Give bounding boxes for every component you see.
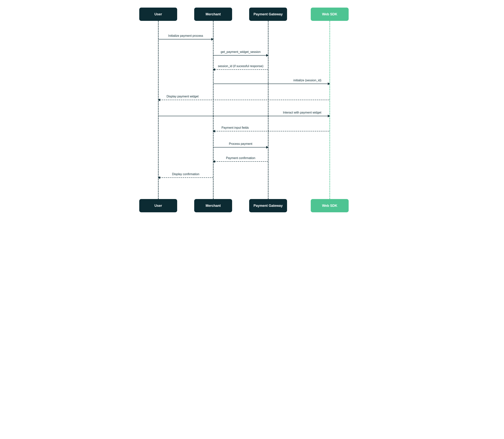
- actor-label: Merchant: [205, 12, 221, 16]
- message-line: [215, 69, 268, 70]
- message-label: Initialize payment process: [168, 34, 204, 37]
- actor-user-top: User: [139, 8, 177, 21]
- message-6: Payment input fields: [213, 126, 330, 132]
- message-label: Payment confirmation: [225, 156, 256, 160]
- message-2: session_id (if sucessful response): [213, 64, 268, 70]
- actor-label: User: [155, 12, 162, 16]
- message-3: initialize (session_id): [213, 79, 330, 84]
- message-8: Payment confirmation: [213, 156, 268, 162]
- actor-label: Web SDK: [322, 12, 337, 16]
- message-1: get_payment_widget_session: [213, 50, 268, 56]
- lifeline-sdk: [329, 21, 330, 199]
- message-line: [214, 55, 266, 56]
- message-label: Display payment widget: [166, 95, 199, 98]
- lifeline-gateway: [268, 21, 268, 199]
- message-line: [215, 131, 329, 131]
- actor-sdk-top: Web SDK: [311, 8, 349, 21]
- message-line: [215, 161, 268, 162]
- message-line: [159, 39, 211, 39]
- message-line: [160, 177, 213, 178]
- message-label: session_id (if sucessful response): [217, 64, 264, 68]
- actor-user-bottom: User: [139, 199, 177, 212]
- message-label: get_payment_widget_session: [220, 50, 262, 54]
- message-line: [214, 147, 266, 147]
- message-label: initialize (session_id): [293, 79, 322, 82]
- actor-label: Payment Gateway: [253, 12, 283, 16]
- actor-label: Payment Gateway: [253, 204, 283, 208]
- arrowhead-icon: [328, 115, 330, 117]
- message-line: [159, 116, 328, 116]
- arrowhead-icon: [213, 68, 215, 71]
- arrowhead-icon: [213, 130, 215, 133]
- lifeline-user: [158, 21, 159, 199]
- message-0: Initialize payment process: [158, 34, 213, 40]
- message-label: Process payment: [228, 142, 253, 146]
- message-9: Display confirmation: [158, 172, 213, 178]
- message-label: Display confirmation: [171, 172, 200, 176]
- actor-sdk-bottom: Web SDK: [311, 199, 349, 212]
- actor-merchant-bottom: Merchant: [194, 199, 232, 212]
- arrowhead-icon: [158, 176, 160, 179]
- message-line: [214, 84, 328, 84]
- message-4: Display payment widget: [158, 95, 330, 100]
- message-label: Payment input fields: [221, 126, 250, 129]
- sequence-diagram: UserMerchantPayment GatewayWeb SDKUserMe…: [133, 8, 371, 214]
- message-line: [160, 100, 329, 100]
- arrowhead-icon: [266, 146, 268, 149]
- actor-merchant-top: Merchant: [194, 8, 232, 21]
- actor-gateway-top: Payment Gateway: [249, 8, 287, 21]
- arrowhead-icon: [328, 83, 330, 85]
- actor-label: Merchant: [205, 204, 221, 208]
- actor-gateway-bottom: Payment Gateway: [249, 199, 287, 212]
- message-label: Interact with payment widget: [282, 111, 322, 114]
- arrowhead-icon: [213, 160, 215, 163]
- arrowhead-icon: [158, 98, 160, 101]
- arrowhead-icon: [211, 38, 214, 41]
- message-5: Interact with payment widget: [158, 111, 330, 117]
- lifeline-merchant: [213, 21, 214, 199]
- actor-label: User: [155, 204, 162, 208]
- message-7: Process payment: [213, 142, 268, 148]
- arrowhead-icon: [266, 54, 268, 57]
- actor-label: Web SDK: [322, 204, 337, 208]
